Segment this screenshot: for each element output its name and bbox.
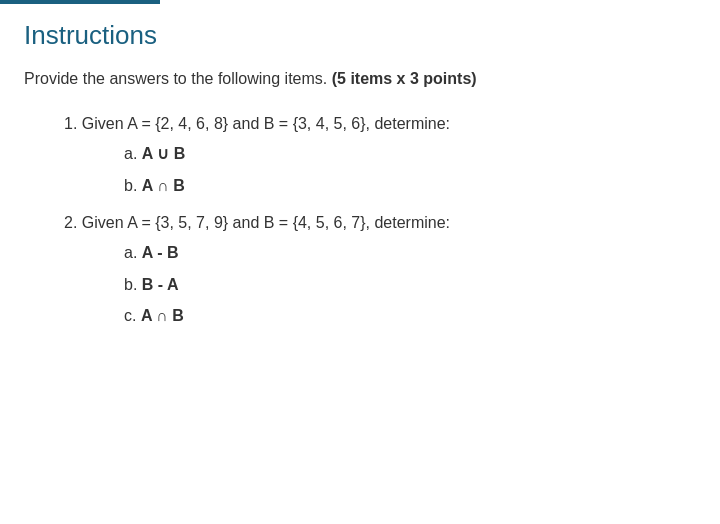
sub-label-2a: a. <box>124 244 142 261</box>
sub-content-1a: A ∪ B <box>142 145 185 162</box>
problem-1-number: 1. <box>64 115 77 132</box>
problem-1-sub-list: a. A ∪ B b. A ∩ B <box>124 141 696 198</box>
sub-label-1a: a. <box>124 145 142 162</box>
page-title: Instructions <box>24 20 696 51</box>
problem-1-text: 1. Given A = {2, 4, 6, 8} and B = {3, 4,… <box>64 115 696 133</box>
problem-2-sub-a: a. A - B <box>124 240 696 266</box>
problem-2-sub-c: c. A ∩ B <box>124 303 696 329</box>
intro-text-plain: Provide the answers to the following ite… <box>24 70 332 87</box>
problem-1-sub-b: b. A ∩ B <box>124 173 696 199</box>
sub-label-1b: b. <box>124 177 142 194</box>
sub-label-2b: b. <box>124 276 142 293</box>
problem-1-sub-a: a. A ∪ B <box>124 141 696 167</box>
problem-2-description: Given A = {3, 5, 7, 9} and B = {4, 5, 6,… <box>82 214 450 231</box>
sub-content-2a: A - B <box>142 244 179 261</box>
problem-2-sub-list: a. A - B b. B - A c. A ∩ B <box>124 240 696 329</box>
sub-content-1b: A ∩ B <box>142 177 185 194</box>
problem-2-sub-b: b. B - A <box>124 272 696 298</box>
problem-item-1: 1. Given A = {2, 4, 6, 8} and B = {3, 4,… <box>24 115 696 198</box>
main-container: Instructions Provide the answers to the … <box>0 4 720 369</box>
problem-2-text: 2. Given A = {3, 5, 7, 9} and B = {4, 5,… <box>64 214 696 232</box>
problem-list: 1. Given A = {2, 4, 6, 8} and B = {3, 4,… <box>24 115 696 329</box>
sub-content-2c: A ∩ B <box>141 307 184 324</box>
intro-text-bold: (5 items x 3 points) <box>332 70 477 87</box>
sub-content-2b: B - A <box>142 276 179 293</box>
intro-paragraph: Provide the answers to the following ite… <box>24 67 696 91</box>
sub-label-2c: c. <box>124 307 141 324</box>
problem-item-2: 2. Given A = {3, 5, 7, 9} and B = {4, 5,… <box>24 214 696 329</box>
problem-2-number: 2. <box>64 214 77 231</box>
problem-1-description: Given A = {2, 4, 6, 8} and B = {3, 4, 5,… <box>82 115 450 132</box>
